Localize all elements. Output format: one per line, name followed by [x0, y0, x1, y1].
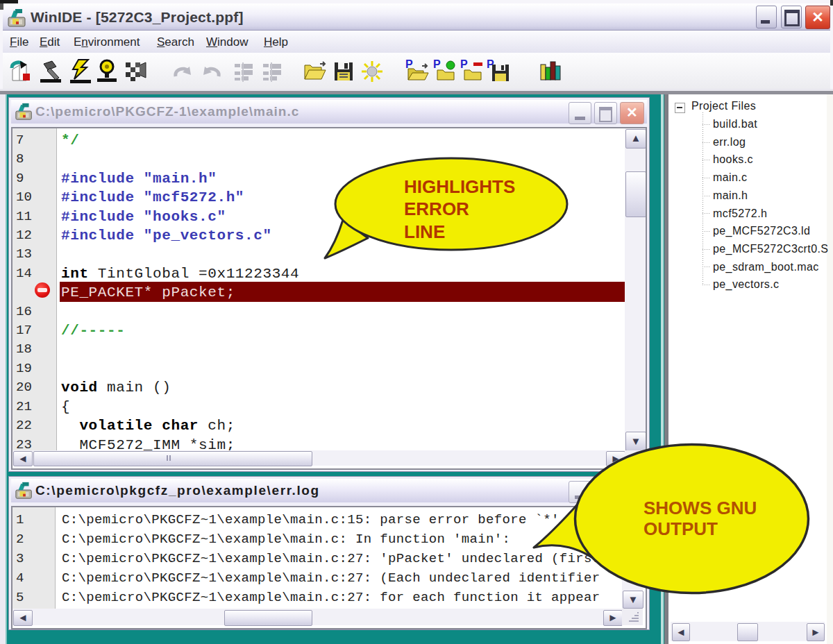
svg-text:SHOWS GNU: SHOWS GNU	[643, 498, 757, 518]
svg-text:OUTPUT: OUTPUT	[643, 518, 718, 539]
svg-text:P: P	[433, 59, 441, 70]
svg-text:ERROR: ERROR	[404, 198, 469, 219]
svg-text:LINE: LINE	[404, 221, 445, 242]
svg-text:HIGHLIGHTS: HIGHLIGHTS	[404, 176, 515, 197]
svg-text:P: P	[460, 59, 468, 70]
